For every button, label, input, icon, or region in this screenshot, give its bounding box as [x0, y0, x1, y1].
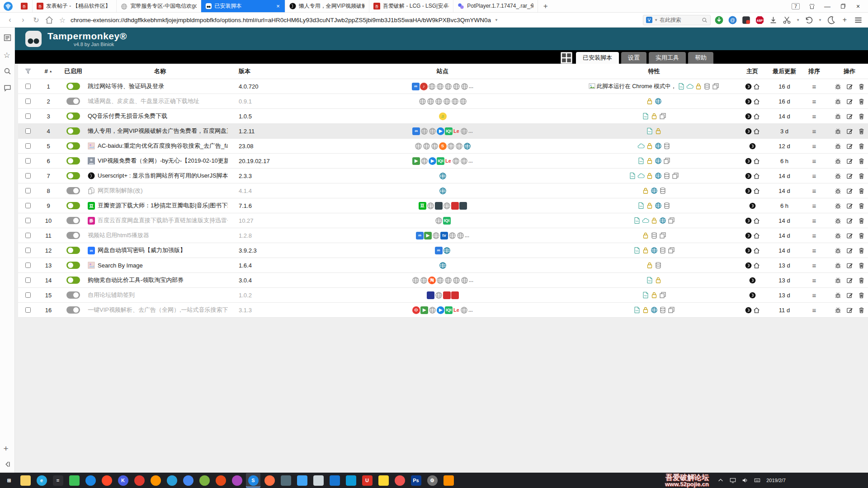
- sort-handle[interactable]: ≡: [801, 142, 828, 150]
- script-name[interactable]: 自用论坛辅助签到: [88, 291, 135, 299]
- enabled-toggle[interactable]: [66, 232, 80, 239]
- column-header-sites[interactable]: 站点: [314, 67, 571, 75]
- greasyfork-icon[interactable]: [745, 173, 752, 179]
- debug-bug-icon[interactable]: [835, 128, 841, 135]
- taskbar-app-sogou-browser[interactable]: S: [246, 473, 260, 488]
- delete-trash-icon[interactable]: [858, 143, 865, 150]
- greasyfork-icon[interactable]: [745, 83, 752, 90]
- taskbar-app-settings[interactable]: ⚙: [425, 473, 439, 488]
- edit-icon[interactable]: [846, 217, 853, 224]
- sort-handle[interactable]: ≡: [801, 113, 828, 120]
- edit-icon[interactable]: [846, 262, 853, 269]
- download-icon[interactable]: [769, 16, 778, 24]
- chat-icon[interactable]: [4, 84, 11, 92]
- script-name[interactable]: 跳过网站等待、验证码及登录: [88, 82, 164, 90]
- url-text[interactable]: chrome-extension://dhdgffkkebhmkfjojejmp…: [71, 17, 491, 23]
- enabled-toggle[interactable]: [66, 202, 80, 209]
- debug-bug-icon[interactable]: [835, 173, 841, 179]
- sort-handle[interactable]: ≡: [801, 232, 828, 239]
- script-name[interactable]: VIP视频免费看（全网）-by无心-【2019-02-10更新可...: [98, 157, 228, 165]
- edit-icon[interactable]: [846, 173, 853, 179]
- greasyfork-icon[interactable]: [745, 232, 752, 239]
- tab-close-icon[interactable]: ×: [275, 3, 281, 9]
- plus-icon[interactable]: +: [4, 444, 11, 451]
- reload-icon[interactable]: ↻: [32, 15, 41, 24]
- chevup-icon[interactable]: [717, 477, 724, 483]
- script-name[interactable]: AC-baidu:重定向优化百度搜狗谷歌搜索_去广告_favico...: [98, 142, 228, 150]
- greasyfork-icon[interactable]: [745, 158, 752, 164]
- search-icon[interactable]: [702, 17, 708, 23]
- taskbar-app-green-app[interactable]: [67, 473, 81, 488]
- homepage-icon[interactable]: [753, 232, 760, 239]
- delete-trash-icon[interactable]: [858, 277, 865, 284]
- script-name[interactable]: QQ音乐付费无损音乐免费下载: [88, 112, 167, 120]
- edit-icon[interactable]: [846, 307, 853, 314]
- row-checkbox[interactable]: [25, 113, 31, 119]
- sort-handle[interactable]: ≡: [801, 247, 828, 254]
- taskbar-app-calculator[interactable]: =: [51, 473, 65, 488]
- edit-icon[interactable]: [846, 292, 853, 299]
- taskbar-app-opera[interactable]: [99, 473, 114, 488]
- homepage-icon[interactable]: [753, 98, 760, 105]
- taskbar-app-file-explorer[interactable]: [18, 473, 33, 488]
- enabled-toggle[interactable]: [66, 277, 80, 284]
- greasyfork-icon[interactable]: [745, 307, 752, 314]
- bookmark-star-icon[interactable]: ☆: [58, 15, 67, 24]
- debug-bug-icon[interactable]: [835, 247, 841, 254]
- enabled-toggle[interactable]: [66, 98, 80, 105]
- enabled-toggle[interactable]: [66, 247, 80, 254]
- row-checkbox[interactable]: [25, 128, 31, 134]
- taskbar-app-netease-music[interactable]: [132, 473, 146, 488]
- script-name[interactable]: 城通网盘、皮皮盘、牛盘显示正确下载地址: [88, 97, 199, 105]
- sort-handle[interactable]: ≡: [801, 202, 828, 210]
- delete-trash-icon[interactable]: [858, 128, 865, 135]
- taskbar-app-qq-browser[interactable]: [83, 473, 98, 488]
- homepage-icon[interactable]: [753, 173, 760, 179]
- homepage-icon[interactable]: [753, 188, 760, 194]
- debug-bug-icon[interactable]: [835, 277, 841, 284]
- greasyfork-icon[interactable]: [749, 143, 756, 150]
- keyboard-icon[interactable]: [754, 477, 760, 483]
- homepage-icon[interactable]: [753, 217, 760, 224]
- taskbar-app-yellow-app[interactable]: [376, 473, 391, 488]
- back-icon[interactable]: ‹: [5, 15, 14, 24]
- taskbar-app-dark-app[interactable]: [278, 473, 293, 488]
- homepage-icon[interactable]: [753, 158, 760, 164]
- greasyfork-icon[interactable]: [745, 247, 752, 254]
- browser-tab[interactable]: PotPlayer.1.7.17474_.rar_免费高速下...: [453, 0, 538, 12]
- forward-icon[interactable]: ›: [19, 15, 28, 24]
- taskbar-app-green-browser[interactable]: [197, 473, 212, 488]
- script-name[interactable]: 一键VIP视频解析、去广告（全网）,一站式音乐搜索下...: [88, 306, 228, 314]
- taskbar-app-firefox[interactable]: [148, 473, 163, 488]
- delete-trash-icon[interactable]: [858, 292, 865, 299]
- browser-tab[interactable]: 懒人专用，全网VIP视频破解去广告免...: [285, 0, 369, 12]
- greasyfork-icon[interactable]: [749, 277, 756, 284]
- delete-trash-icon[interactable]: [858, 83, 865, 90]
- greasyfork-icon[interactable]: [745, 128, 752, 135]
- app-extension-icon[interactable]: [742, 16, 750, 24]
- script-name[interactable]: 懒人专用，全网VIP视频破解去广告免费看，百度网盘直...: [88, 127, 228, 135]
- star-icon[interactable]: ☆: [4, 51, 11, 58]
- tm-tab-实用工具[interactable]: 实用工具: [649, 52, 686, 64]
- edit-icon[interactable]: [846, 277, 853, 284]
- script-name[interactable]: 网页限制解除(改): [98, 187, 143, 195]
- taskbar-app-purple-app[interactable]: [230, 473, 244, 488]
- debug-bug-icon[interactable]: [835, 262, 841, 269]
- skin-icon[interactable]: [809, 3, 815, 9]
- homepage-icon[interactable]: [753, 307, 760, 314]
- edit-icon[interactable]: [846, 113, 853, 120]
- enabled-toggle[interactable]: [66, 113, 80, 120]
- sort-handle[interactable]: ≡: [801, 217, 828, 225]
- taskbar-app-orange-app[interactable]: [441, 473, 456, 488]
- delete-trash-icon[interactable]: [858, 202, 865, 209]
- at-extension-icon[interactable]: @: [728, 16, 737, 24]
- row-checkbox[interactable]: [25, 99, 31, 104]
- debug-bug-icon[interactable]: [835, 83, 841, 90]
- homepage-icon[interactable]: [753, 83, 760, 90]
- edit-icon[interactable]: [846, 202, 853, 209]
- search-placeholder[interactable]: 在此搜索: [660, 16, 700, 24]
- browser-tab[interactable]: 吾: [16, 0, 33, 12]
- script-name[interactable]: 网盘自动填写密码【威力加强版】: [98, 246, 186, 254]
- column-header-name[interactable]: 名称: [88, 67, 232, 75]
- taskbar-date[interactable]: 2019/2/7: [766, 478, 786, 483]
